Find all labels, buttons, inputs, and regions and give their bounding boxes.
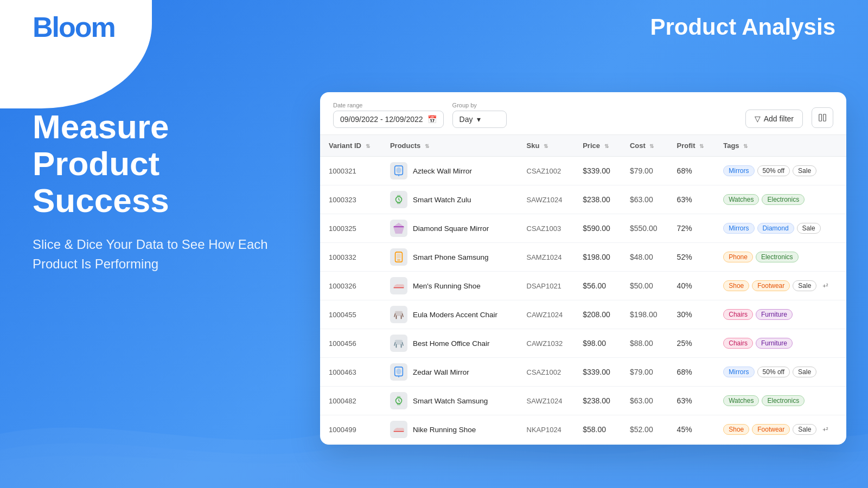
cell-profit: 25%: [668, 329, 715, 358]
svg-line-22: [394, 342, 395, 345]
svg-rect-12: [397, 254, 400, 259]
cell-sku: SAMZ1024: [518, 243, 575, 272]
col-tags[interactable]: Tags ⇅: [714, 135, 846, 157]
table-row[interactable]: 1000325Diamond Square MirrorCSAZ1003$590…: [320, 214, 846, 243]
tag-more[interactable]: +²: [819, 281, 831, 291]
tag-sale[interactable]: Sale: [793, 165, 816, 176]
product-name: Best Home Office Chair: [413, 339, 490, 348]
svg-rect-0: [819, 114, 822, 121]
svg-line-23: [402, 342, 403, 345]
table-row[interactable]: 1000326Men's Running ShoeDSAP1021$56.00$…: [320, 272, 846, 300]
table-wrapper[interactable]: Variant ID ⇅ Products ⇅ Sku ⇅ Price ⇅ Co…: [320, 135, 846, 445]
product-thumbnail: [390, 277, 407, 294]
cell-tags: Mirrors50% offSale: [714, 157, 846, 185]
table-header: Variant ID ⇅ Products ⇅ Sku ⇅ Price ⇅ Co…: [320, 135, 846, 157]
add-filter-button[interactable]: ▽ Add filter: [745, 110, 803, 128]
cell-cost: $550.00: [621, 214, 668, 243]
tag-shoe[interactable]: Shoe: [723, 424, 749, 435]
tag-50%-off[interactable]: 50% off: [757, 367, 790, 377]
table-row[interactable]: 1000455Eula Moders Accent ChairCAWZ1024$…: [320, 300, 846, 329]
product-thumbnail: [390, 248, 407, 266]
col-cost[interactable]: Cost ⇅: [621, 135, 668, 157]
tag-more[interactable]: +²: [819, 425, 831, 434]
col-sku[interactable]: Sku ⇅: [518, 135, 575, 157]
tag-diamond[interactable]: Diamond: [757, 223, 794, 234]
product-name: Men's Running Shoe: [413, 282, 481, 290]
tag-sale[interactable]: Sale: [793, 367, 816, 377]
date-range-group: Date range 09/09/2022 - 12/09/2022 📅: [333, 102, 444, 128]
tag-electronics[interactable]: Electronics: [756, 252, 799, 262]
product-name: Smart Phone Samsung: [413, 253, 489, 261]
cell-price: $58.00: [574, 415, 621, 444]
cell-sku: SAWZ1024: [518, 185, 575, 214]
table-row[interactable]: 1000321Azteck Wall MirrorCSAZ1002$339.00…: [320, 157, 846, 185]
col-products[interactable]: Products ⇅: [381, 135, 518, 157]
cell-sku: CAWZ1032: [518, 329, 575, 358]
product-thumbnail: [390, 363, 407, 381]
tag-mirrors[interactable]: Mirrors: [723, 165, 754, 176]
cell-profit: 68%: [668, 358, 715, 387]
table-row[interactable]: 1000456Best Home Office ChairCAWZ1032$98…: [320, 329, 846, 358]
table-row[interactable]: 1000499Nike Running ShoeNKAP1024$58.00$5…: [320, 415, 846, 444]
tag-footwear[interactable]: Footwear: [752, 424, 790, 435]
group-by-value: Day: [459, 115, 473, 124]
cell-variant-id: 1000326: [320, 272, 381, 300]
page-title: Product Analysis: [650, 14, 835, 40]
tag-shoe[interactable]: Shoe: [723, 280, 749, 291]
cell-product: Eula Moders Accent Chair: [381, 300, 518, 329]
table-row[interactable]: 1000323Smart Watch ZuluSAWZ1024$238.00$6…: [320, 185, 846, 214]
cell-tags: PhoneElectronics: [714, 243, 846, 272]
col-price[interactable]: Price ⇅: [574, 135, 621, 157]
tag-sale[interactable]: Sale: [797, 223, 821, 234]
product-thumbnail: [390, 335, 407, 352]
cell-profit: 52%: [668, 243, 715, 272]
svg-line-18: [402, 313, 403, 317]
cell-product: Smart Phone Samsung: [381, 243, 518, 272]
cell-profit: 68%: [668, 157, 715, 185]
cell-cost: $88.00: [621, 329, 668, 358]
svg-rect-1: [824, 114, 826, 121]
cell-sku: CAWZ1036: [518, 444, 575, 445]
tag-watches[interactable]: Watches: [723, 395, 759, 406]
tag-watches[interactable]: Watches: [723, 194, 759, 205]
cell-cost: $50.00: [621, 272, 668, 300]
cell-sku: CSAZ1003: [518, 214, 575, 243]
table-row[interactable]: 1000332Smart Phone SamsungSAMZ1024$198.0…: [320, 243, 846, 272]
cell-variant-id: 1000506: [320, 444, 381, 445]
cell-cost: $96.00: [621, 444, 668, 445]
columns-button[interactable]: [812, 107, 833, 128]
tag-furniture[interactable]: Furniture: [756, 309, 793, 320]
tag-sale[interactable]: Sale: [793, 280, 816, 291]
cell-variant-id: 1000499: [320, 415, 381, 444]
col-variant-id[interactable]: Variant ID ⇅: [320, 135, 381, 157]
calendar-icon: 📅: [427, 115, 437, 124]
tag-mirrors[interactable]: Mirrors: [723, 223, 754, 234]
tag-furniture[interactable]: Furniture: [756, 338, 793, 349]
tag-50%-off[interactable]: 50% off: [757, 165, 790, 176]
table-row[interactable]: 1000463Zedar Wall MirrorCSAZ1002$339.00$…: [320, 358, 846, 387]
table-row[interactable]: 1000506Best Office ChairCAWZ1036$103.00$…: [320, 444, 846, 445]
table-row[interactable]: 1000482Smart Watch SamsungSAWZ1024$238.0…: [320, 387, 846, 415]
col-profit[interactable]: Profit ⇅: [668, 135, 715, 157]
date-range-value: 09/09/2022 - 12/09/2022: [340, 115, 423, 124]
cell-tags: ShoeFootwearSale+²: [714, 415, 846, 444]
tag-electronics[interactable]: Electronics: [762, 395, 805, 406]
tag-mirrors[interactable]: Mirrors: [723, 367, 754, 377]
product-thumbnail: [390, 306, 407, 323]
header: Bloom Product Analysis: [0, 0, 868, 54]
cell-sku: CAWZ1024: [518, 300, 575, 329]
tag-phone[interactable]: Phone: [723, 252, 753, 262]
logo: Bloom: [33, 11, 115, 43]
tag-chairs[interactable]: Chairs: [723, 309, 753, 320]
group-by-select[interactable]: Day ▾: [452, 111, 507, 128]
date-range-control[interactable]: 09/09/2022 - 12/09/2022 📅: [333, 111, 444, 128]
cell-price: $56.00: [574, 272, 621, 300]
tag-electronics[interactable]: Electronics: [762, 194, 805, 205]
product-name: Eula Moders Accent Chair: [413, 311, 497, 319]
cell-product: Azteck Wall Mirror: [381, 157, 518, 185]
tag-footwear[interactable]: Footwear: [752, 280, 790, 291]
svg-marker-8: [394, 223, 404, 233]
tag-chairs[interactable]: Chairs: [723, 338, 753, 349]
tag-sale[interactable]: Sale: [793, 424, 816, 435]
svg-line-17: [394, 313, 395, 317]
